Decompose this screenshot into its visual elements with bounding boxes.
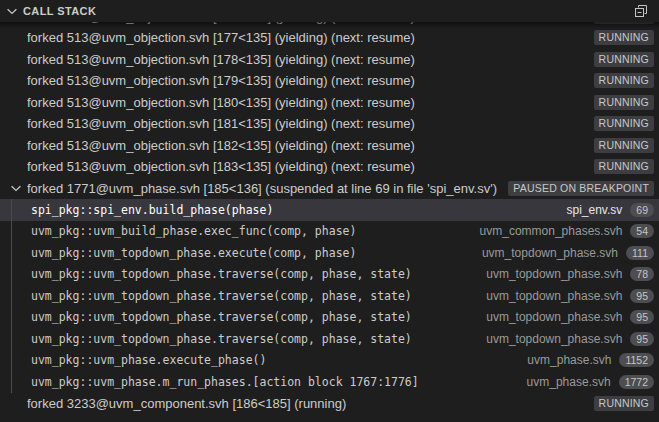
stack-frame-row[interactable]: uvm_pkg::uvm_phase.m_run_phases.[action … [0,371,659,393]
thread-label: forked 1771@uvm_phase.svh [185<136] (sus… [27,181,500,196]
stack-frame-row[interactable]: uvm_pkg::uvm_build_phase.exec_func(comp,… [0,221,659,243]
thread-status-badge: RUNNING [594,22,654,24]
frame-line-number-badge: 1772 [619,375,654,389]
stack-frame-row[interactable]: uvm_pkg::uvm_topdown_phase.traverse(comp… [0,328,659,350]
thread-status-badge: RUNNING [594,52,654,67]
thread-row[interactable]: forked 513@uvm_objection.svh [182<135] (… [0,135,659,157]
thread-label: forked 513@uvm_objection.svh [177<135] (… [27,30,586,45]
thread-label: forked 3233@uvm_component.svh [186<185] … [27,396,586,411]
frame-label: uvm_pkg::uvm_phase.execute_phase() [31,353,517,367]
thread-status-badge: RUNNING [594,116,654,131]
frame-line-number-badge: 95 [630,310,654,324]
frame-line-number-badge: 78 [630,267,654,281]
thread-status-badge: PAUSED ON BREAKPOINT [508,181,654,196]
thread-row[interactable]: forked 513@uvm_objection.svh [180<135] (… [0,92,659,114]
thread-label: forked 513@uvm_objection.svh [176<135] (… [27,22,586,24]
frame-label: uvm_pkg::uvm_topdown_phase.execute(comp,… [31,246,472,260]
frame-file-name: uvm_topdown_phase.svh [486,310,622,324]
frame-file-name: spi_env.sv [567,203,623,217]
chevron-down-icon[interactable] [8,180,24,196]
frame-label: uvm_pkg::uvm_phase.m_run_phases.[action … [31,375,517,389]
thread-label: forked 513@uvm_objection.svh [180<135] (… [27,95,586,110]
frame-file-name: uvm_topdown_phase.svh [486,267,622,281]
frame-file-name: uvm_phase.svh [527,375,611,389]
chevron-down-icon[interactable] [4,3,20,19]
stack-frame-row[interactable]: uvm_pkg::uvm_topdown_phase.traverse(comp… [0,264,659,286]
stack-frame-row[interactable]: uvm_pkg::uvm_topdown_phase.execute(comp,… [0,242,659,264]
thread-row[interactable]: forked 513@uvm_objection.svh [178<135] (… [0,49,659,71]
stack-frame-row[interactable]: uvm_pkg::uvm_topdown_phase.traverse(comp… [0,307,659,329]
thread-label: forked 513@uvm_objection.svh [179<135] (… [27,73,586,88]
frame-label: uvm_pkg::uvm_build_phase.exec_func(comp,… [31,224,470,238]
frame-line-number-badge: 1152 [619,353,654,367]
frame-label: uvm_pkg::uvm_topdown_phase.traverse(comp… [31,310,476,324]
frame-line-number-badge: 54 [630,224,654,238]
panel-title: CALL STACK [23,5,96,17]
frame-file-name: uvm_topdown_phase.svh [482,246,618,260]
stack-frame-row[interactable]: uvm_pkg::uvm_topdown_phase.traverse(comp… [0,285,659,307]
frame-label: uvm_pkg::uvm_topdown_phase.traverse(comp… [31,332,476,346]
thread-status-badge: RUNNING [594,396,654,411]
thread-label: forked 513@uvm_objection.svh [182<135] (… [27,138,586,153]
thread-status-badge: RUNNING [594,159,654,174]
call-stack-rows: forked 513@uvm_objection.svh [176<135] (… [0,22,659,422]
frame-line-number-badge: 111 [626,246,654,260]
frame-file-name: uvm_topdown_phase.svh [486,332,622,346]
thread-status-badge: RUNNING [594,138,654,153]
thread-row[interactable]: forked 1771@uvm_phase.svh [185<136] (sus… [0,178,659,200]
frame-file-name: uvm_common_phases.svh [480,224,623,238]
frame-line-number-badge: 95 [630,332,654,346]
frame-line-number-badge: 69 [630,203,654,217]
thread-status-badge: RUNNING [594,95,654,110]
thread-row[interactable]: forked 513@uvm_objection.svh [181<135] (… [0,113,659,135]
frame-file-name: uvm_phase.svh [527,353,611,367]
thread-status-badge: RUNNING [594,30,654,45]
thread-row[interactable]: forked 3233@uvm_component.svh [186<185] … [0,393,659,415]
frame-line-number-badge: 95 [630,289,654,303]
call-stack-panel: CALL STACK forked 513@uvm_objection.svh … [0,0,659,422]
frame-label: spi_pkg::spi_env.build_phase(phase) [31,203,557,217]
thread-row[interactable]: forked 513@uvm_objection.svh [177<135] (… [0,27,659,49]
thread-row[interactable]: forked 513@uvm_objection.svh [183<135] (… [0,156,659,178]
stack-frame-row[interactable]: spi_pkg::spi_env.build_phase(phase)spi_e… [0,199,659,221]
call-stack-header[interactable]: CALL STACK [0,0,659,22]
collapse-all-icon[interactable] [631,1,651,21]
thread-label: forked 513@uvm_objection.svh [183<135] (… [27,159,586,174]
frame-label: uvm_pkg::uvm_topdown_phase.traverse(comp… [31,267,476,281]
thread-row[interactable]: forked 513@uvm_objection.svh [179<135] (… [0,70,659,92]
thread-status-badge: RUNNING [594,73,654,88]
frame-label: uvm_pkg::uvm_topdown_phase.traverse(comp… [31,289,476,303]
thread-label: forked 513@uvm_objection.svh [178<135] (… [27,52,586,67]
thread-label: forked 513@uvm_objection.svh [181<135] (… [27,116,586,131]
stack-frame-row[interactable]: uvm_pkg::uvm_phase.execute_phase()uvm_ph… [0,350,659,372]
frame-file-name: uvm_topdown_phase.svh [486,289,622,303]
